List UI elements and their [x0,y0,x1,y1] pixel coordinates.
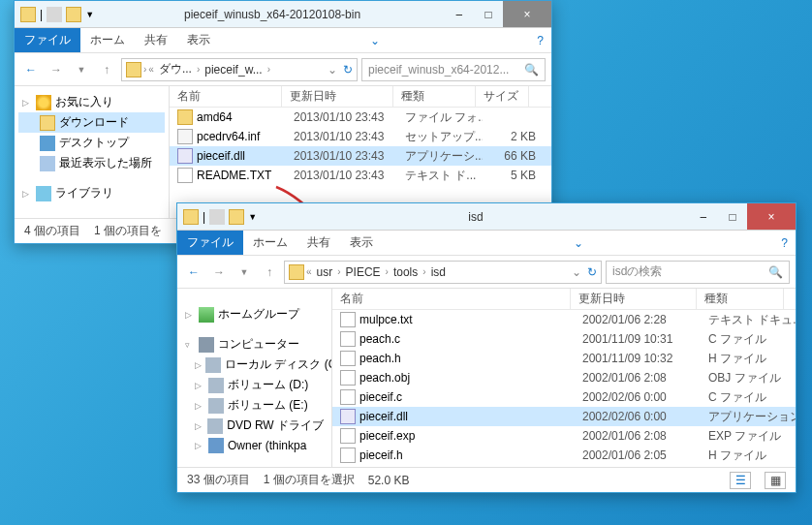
breadcrumb[interactable]: « usr › PIECE › tools › isd ⌄ ↻ [284,261,602,284]
breadcrumb-item[interactable]: isd [428,265,449,279]
file-row[interactable]: amd642013/01/10 23:43ファイル フォ... [170,108,551,127]
tab-home[interactable]: ホーム [80,28,135,52]
file-row[interactable]: peach.h2001/11/09 10:32H ファイル [332,349,796,368]
ribbon-expand-icon[interactable]: ⌄ [362,34,388,47]
tab-view[interactable]: 表示 [177,28,220,52]
view-thumbnails-button[interactable]: ▦ [765,472,786,489]
col-type[interactable]: 種類 [697,289,784,309]
history-dropdown-icon[interactable]: ▼ [234,262,255,283]
history-dropdown-icon[interactable]: ▼ [71,59,92,80]
chevron-right-icon[interactable]: › [197,64,200,75]
tab-share[interactable]: 共有 [297,231,340,255]
nav-drive-d[interactable]: ▷ボリューム (D:) [181,375,328,395]
address-dropdown-icon[interactable]: ⌄ [572,265,581,279]
file-date: 2013/01/10 23:43 [294,130,405,143]
breadcrumb-item[interactable]: PIECE [343,265,384,279]
refresh-icon[interactable]: ↻ [587,265,597,279]
breadcrumb-item[interactable]: tools [390,265,421,279]
col-name[interactable]: 名前 [170,86,282,107]
ribbon-expand-icon[interactable]: ⌄ [566,236,591,250]
qat-dropdown-icon[interactable]: ▼ [248,212,257,222]
file-name: pieceif.dll [197,149,294,163]
file-row[interactable]: pieceif.dll2013/01/10 23:43アプリケーシ...66 K… [170,146,551,166]
file-icon [340,428,356,444]
close-button[interactable]: × [503,1,551,27]
qat-newfolder-icon[interactable] [229,209,244,225]
library-icon [36,186,51,201]
col-size[interactable]: サイズ [476,86,529,107]
titlebar[interactable]: | ▼ isd ‒ □ × [177,203,796,231]
qat-newfolder-icon[interactable] [66,7,81,22]
nav-computer[interactable]: ▿コンピューター [181,334,328,355]
breadcrumb-item[interactable]: ダウ... [156,61,195,77]
up-button[interactable]: ↑ [96,59,117,80]
minimize-button[interactable]: ‒ [445,1,474,27]
file-type: アプリケーション [708,409,796,425]
breadcrumb-item[interactable]: usr [314,265,336,279]
maximize-button[interactable]: □ [718,203,747,230]
col-date[interactable]: 更新日時 [282,86,393,107]
file-size: 2 KB [483,130,536,143]
col-name[interactable]: 名前 [332,289,571,309]
chevron-right-icon[interactable]: › [422,266,425,277]
chevron-right-icon[interactable]: › [267,64,270,75]
search-icon[interactable]: 🔍 [768,265,783,279]
nav-homegroup[interactable]: ▷ホームグループ [181,304,328,324]
nav-dvd[interactable]: ▷DVD RW ドライブ [181,416,328,436]
help-icon[interactable]: ? [773,236,796,250]
tab-file[interactable]: ファイル [177,231,243,255]
file-date: 2002/01/06 2:05 [582,448,708,462]
file-row[interactable]: pieceif.h2002/01/06 2:05H ファイル [332,446,796,465]
nav-drive-c[interactable]: ▷ローカル ディスク (C [181,355,328,375]
qat-dropdown-icon[interactable]: ▼ [85,10,94,19]
search-icon[interactable]: 🔍 [524,63,539,77]
nav-downloads[interactable]: ダウンロード [18,112,165,133]
breadcrumb-item[interactable]: pieceif_w... [202,63,265,77]
file-date: 2013/01/10 23:43 [294,110,405,124]
col-type[interactable]: 種類 [393,86,476,107]
nav-libraries[interactable]: ▷ライブラリ [18,183,165,203]
search-input[interactable]: pieceif_winusb_x64-2012... 🔍 [361,58,546,81]
close-button[interactable]: × [747,203,796,230]
qat-properties-icon[interactable] [209,209,225,225]
chevron-right-icon[interactable]: › [386,266,389,277]
view-details-button[interactable]: ☰ [730,472,751,489]
up-button[interactable]: ↑ [259,262,280,283]
nav-desktop[interactable]: デスクトップ [18,133,165,153]
chevron-right-icon[interactable]: › [143,64,146,75]
file-row[interactable]: pieceif.c2002/02/06 0:00C ファイル [332,387,796,407]
nav-favorites[interactable]: ▷お気に入り [18,92,165,112]
forward-button[interactable]: → [46,59,67,80]
address-dropdown-icon[interactable]: ⌄ [328,63,337,77]
back-button[interactable]: ← [20,59,42,80]
recent-icon [40,156,55,171]
tab-share[interactable]: 共有 [135,28,177,52]
file-row[interactable]: pieceif.dll2002/02/06 0:00アプリケーション [332,407,796,426]
nav-recent[interactable]: 最近表示した場所 [18,153,165,173]
search-input[interactable]: isdの検索 🔍 [606,261,790,284]
file-type: テキスト ドキュ... [708,312,796,328]
qat-properties-icon[interactable] [47,7,62,22]
tab-home[interactable]: ホーム [243,231,297,255]
back-button[interactable]: ← [183,262,204,283]
titlebar[interactable]: | ▼ pieceif_winusb_x64-20120108-bin ‒ □ … [15,1,551,28]
forward-button[interactable]: → [208,262,230,283]
col-date[interactable]: 更新日時 [571,289,697,309]
nav-drive-e[interactable]: ▷ボリューム (E:) [181,395,328,416]
tab-view[interactable]: 表示 [340,231,383,255]
file-row[interactable]: peach.obj2002/01/06 2:08OBJ ファイル [332,368,796,387]
minimize-button[interactable]: ‒ [689,203,718,230]
file-row[interactable]: mulpce.txt2002/01/06 2:28テキスト ドキュ... [332,310,796,329]
tab-file[interactable]: ファイル [15,28,80,52]
file-row[interactable]: pieceif.exp2002/01/06 2:08EXP ファイル [332,426,796,446]
file-row[interactable]: peach.c2001/11/09 10:31C ファイル [332,329,796,349]
help-icon[interactable]: ? [529,34,551,47]
drive-icon [208,378,224,393]
file-row[interactable]: README.TXT2013/01/10 23:43テキスト ド...5 KB [170,166,551,185]
chevron-right-icon[interactable]: › [337,266,340,277]
breadcrumb[interactable]: › « ダウ... › pieceif_w... › ⌄ ↻ [121,58,358,81]
nav-network-location[interactable]: ▷Owner (thinkpa [181,436,328,455]
file-row[interactable]: pcedrv64.inf2013/01/10 23:43セットアップ...2 K… [170,127,551,146]
maximize-button[interactable]: □ [474,1,503,27]
refresh-icon[interactable]: ↻ [343,63,353,77]
